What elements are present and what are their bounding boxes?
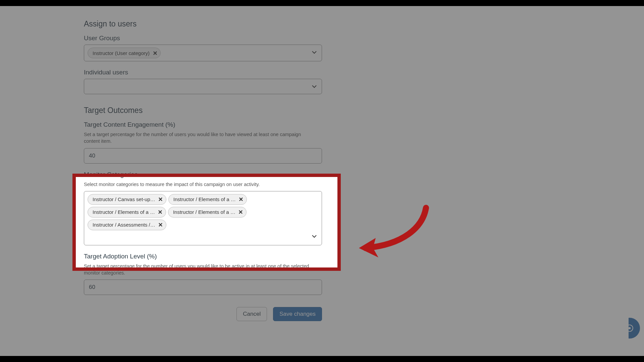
chevron-down-icon[interactable] — [312, 84, 317, 90]
close-icon[interactable] — [158, 222, 163, 228]
target-engagement-label: Target Content Engagement (%) — [84, 121, 322, 128]
chip-label: Instructor / Elements of a … — [173, 196, 236, 202]
assign-section-title: Assign to users — [84, 19, 322, 28]
individual-users-label: Individual users — [84, 69, 322, 76]
target-engagement-input[interactable] — [84, 148, 322, 164]
chip-monitor-category: Instructor / Elements of a … — [168, 207, 247, 218]
target-adoption-help: Set a target percentage for the number o… — [84, 263, 312, 277]
outcomes-section-title: Target Outcomes — [84, 106, 322, 115]
close-icon[interactable] — [158, 209, 163, 215]
chip-monitor-category: Instructor / Elements of a … — [88, 207, 166, 218]
form-page: Assign to users User Groups Instructor (… — [0, 6, 644, 356]
cancel-button[interactable]: Cancel — [236, 307, 267, 321]
monitor-categories-label: Monitor Categories — [84, 171, 322, 178]
form-wrapper: Assign to users User Groups Instructor (… — [84, 19, 322, 321]
target-adoption-input[interactable] — [84, 280, 322, 295]
target-adoption-field: Target Adoption Level (%) Set a target p… — [84, 253, 322, 295]
user-groups-select[interactable]: Instructor (User category) — [84, 45, 322, 61]
chip-label: Instructor / Assessments /… — [93, 222, 155, 228]
user-groups-field: User Groups Instructor (User category) — [84, 35, 322, 61]
chip-monitor-category: Instructor / Assessments /… — [88, 220, 166, 230]
user-groups-label: User Groups — [84, 35, 322, 42]
chevron-down-icon[interactable] — [312, 50, 317, 56]
chip-monitor-category: Instructor / Elements of a … — [168, 194, 247, 205]
monitor-categories-field: Monitor Categories Select monitor catego… — [84, 171, 322, 245]
individual-users-select[interactable] — [84, 79, 322, 94]
chip-label: Instructor / Elements of a … — [173, 209, 235, 215]
button-row: Cancel Save changes — [84, 307, 322, 321]
letterbox-top — [0, 0, 644, 6]
save-button[interactable]: Save changes — [273, 307, 322, 321]
individual-users-field: Individual users — [84, 69, 322, 94]
chip-label: Instructor (User category) — [93, 50, 150, 56]
chip-monitor-category: Instructor / Canvas set-up… — [88, 194, 166, 205]
chevron-down-icon[interactable] — [312, 234, 317, 240]
close-icon[interactable] — [238, 197, 244, 202]
monitor-categories-help: Select monitor categories to measure the… — [84, 181, 312, 188]
target-adoption-label: Target Adoption Level (%) — [84, 253, 322, 260]
target-engagement-field: Target Content Engagement (%) Set a targ… — [84, 121, 322, 164]
close-icon[interactable] — [238, 209, 244, 215]
close-icon[interactable] — [158, 197, 163, 202]
chip-label: Instructor / Elements of a … — [93, 209, 155, 215]
target-engagement-help: Set a target percentage for the number o… — [84, 131, 312, 145]
chip-label: Instructor / Canvas set-up… — [93, 196, 155, 202]
chip-user-group: Instructor (User category) — [88, 48, 161, 58]
svg-point-1 — [629, 327, 631, 329]
monitor-categories-select[interactable]: Instructor / Canvas set-up… Instructor /… — [84, 191, 322, 245]
close-icon[interactable] — [152, 50, 158, 56]
letterbox-bottom — [0, 356, 644, 362]
